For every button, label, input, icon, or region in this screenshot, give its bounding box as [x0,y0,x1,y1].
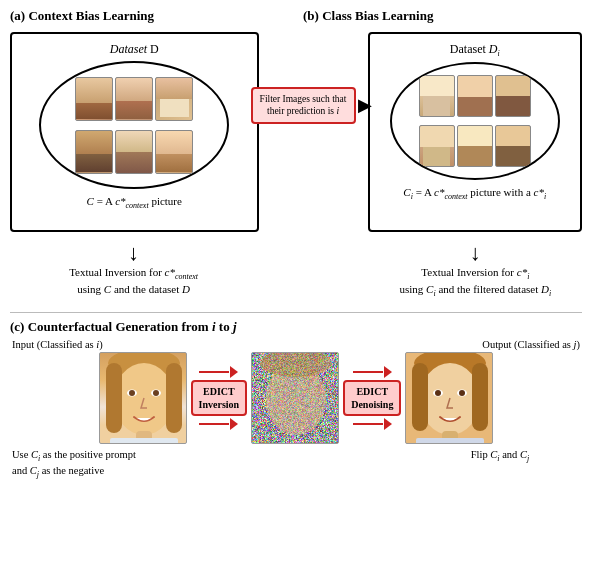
cf-row: EDICTInversion [10,352,582,444]
noisy-face [251,352,339,444]
input-label: Input (Classified as i) [12,339,103,350]
panel-a-title: Dataset D [20,42,249,57]
face-b1 [419,75,455,117]
caption-a: C = A c*context picture [20,195,249,210]
edict-inv-section: EDICTInversion [191,366,248,430]
panels-row: Dataset D [10,32,582,232]
main-container: (a) Context Bias Learning (b) Class Bias… [0,0,592,582]
face-2 [115,77,153,121]
face-b4 [419,125,455,167]
section-c-label: (c) Counterfactual Generation from i to … [10,319,582,335]
section-c: (c) Counterfactual Generation from i to … [10,312,582,481]
svg-point-11 [260,353,332,377]
caption-b: Ci = A c*context picture with a c*i [378,186,572,201]
svg-rect-3 [166,363,182,433]
face-b5 [457,125,493,167]
panel-b-title: Dataset Di [378,42,572,58]
arrow-to-edict-den [353,366,392,378]
textual-inv-b-text: Textual Inversion for c*i using Ci and t… [399,265,551,300]
output-label: Output (Classified as j) [482,339,580,350]
filter-area: Filter Images such that their prediction… [251,87,372,124]
input-face [99,352,187,444]
arrow-right: ▶ [358,94,372,116]
textual-inv-b: ↓ Textual Inversion for c*i using Ci and… [369,242,582,300]
down-arrow-a: ↓ [128,242,139,264]
face-b6 [495,125,531,167]
textual-inv-row: ↓ Textual Inversion for c*context using … [10,242,582,300]
cf-captions-row: Use Ci as the positive promptand Cj as t… [10,448,582,481]
edict-den-section: EDICTDenoising [343,366,401,430]
svg-point-7 [153,390,159,396]
svg-point-5 [129,390,135,396]
svg-rect-9 [110,438,178,444]
face-1 [75,77,113,121]
svg-rect-15 [472,363,488,431]
down-arrow-b: ↓ [470,242,481,264]
top-labels-row: (a) Context Bias Learning (b) Class Bias… [10,8,582,24]
edict-inversion-box: EDICTInversion [191,380,248,416]
label-b: (b) Class Bias Learning [303,8,433,24]
face-5 [115,130,153,174]
textual-inv-a-text: Textual Inversion for c*context using C … [69,265,198,298]
svg-point-19 [459,390,465,396]
svg-rect-2 [106,363,122,433]
textual-inv-a: ↓ Textual Inversion for c*context using … [10,242,257,300]
face-6 [155,130,193,174]
face-4 [75,130,113,174]
panel-a: Dataset D [10,32,259,232]
oval-a [39,61,229,189]
edict-denoising-box: EDICTDenoising [343,380,401,416]
arrow-from-edict-den [353,418,392,430]
svg-point-17 [435,390,441,396]
filter-box: Filter Images such that their prediction… [251,87,356,124]
arrow-from-edict-inv [199,418,238,430]
face-b2 [457,75,493,117]
face-b3 [495,75,531,117]
caption-right: Flip Ci and Cj [420,448,580,481]
caption-left: Use Ci as the positive promptand Cj as t… [12,448,172,481]
svg-rect-21 [416,438,484,444]
panel-b: Dataset Di [368,32,582,232]
arrow-to-edict-inv [199,366,238,378]
oval-b [390,62,560,180]
svg-rect-14 [412,363,428,431]
face-3 [155,77,193,121]
io-labels-row: Input (Classified as i) Output (Classifi… [10,339,582,350]
label-a: (a) Context Bias Learning [10,8,265,24]
output-face [405,352,493,444]
